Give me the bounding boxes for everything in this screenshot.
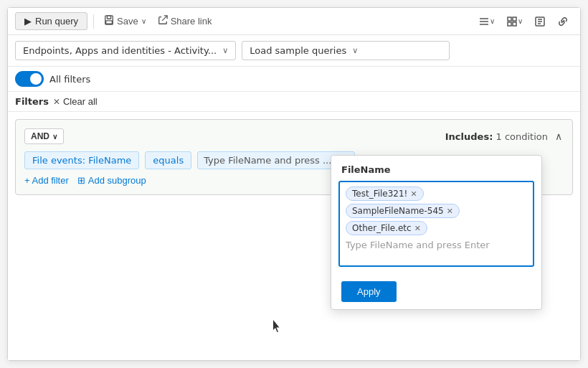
run-query-label: Run query — [35, 16, 78, 27]
filename-popup: FileName Test_File321!✕SampleFileName-54… — [331, 155, 542, 310]
all-filters-label: All filters — [49, 74, 90, 85]
tag-label: Test_File321! — [352, 189, 407, 199]
svg-rect-0 — [105, 16, 113, 24]
value-placeholder: Type FileName and press ... — [204, 155, 331, 166]
cursor — [273, 320, 282, 333]
tag-remove-icon[interactable]: ✕ — [447, 207, 453, 215]
tag-item: SampleFileName-545✕ — [346, 204, 460, 218]
filters-heading: Filters — [15, 96, 49, 107]
svg-rect-8 — [513, 17, 516, 21]
list-chevron-icon: ∨ — [490, 17, 495, 25]
tags-row: Test_File321!✕SampleFileName-545✕Other_F… — [346, 187, 527, 235]
tag-button[interactable] — [530, 13, 550, 30]
apply-button[interactable]: Apply — [341, 281, 397, 302]
and-label: AND — [31, 131, 49, 141]
toggle-row: All filters — [8, 67, 580, 92]
share-link-button[interactable]: Share link — [153, 12, 217, 30]
includes-label: Includes: 1 condition — [445, 131, 548, 142]
share-label: Share link — [171, 16, 212, 27]
x-icon: ✕ — [53, 97, 60, 107]
list-view-button[interactable]: ∨ — [474, 13, 499, 30]
save-label: Save — [117, 16, 138, 27]
svg-rect-7 — [508, 17, 511, 21]
dropdowns-row: Endpoints, Apps and identities - Activit… — [8, 35, 580, 67]
source-value: Endpoints, Apps and identities - Activit… — [23, 45, 217, 56]
clear-all-button[interactable]: ✕ Clear all — [53, 96, 98, 107]
field-chip[interactable]: File events: FileName — [24, 151, 139, 169]
tag-label: Other_File.etc — [352, 223, 412, 233]
queries-chevron-icon: ∨ — [352, 46, 358, 55]
add-subgroup-button[interactable]: ⊞ Add subgroup — [77, 175, 146, 186]
includes-keyword: Includes: — [445, 131, 493, 142]
main-window: ▶ Run query Save ∨ Sh — [7, 7, 581, 361]
operator-label: equals — [153, 155, 184, 166]
filename-input[interactable] — [346, 240, 527, 250]
tag-item: Other_File.etc✕ — [346, 221, 427, 235]
popup-input-area[interactable]: Test_File321!✕SampleFileName-545✕Other_F… — [338, 181, 534, 267]
apply-label: Apply — [357, 286, 381, 297]
tag-label: SampleFileName-545 — [352, 206, 444, 216]
run-query-button[interactable]: ▶ Run query — [15, 12, 87, 30]
sample-queries-dropdown[interactable]: Load sample queries ∨ — [242, 41, 450, 60]
filter-group-header: AND ∨ Includes: 1 condition ∧ — [24, 128, 564, 144]
operator-chip[interactable]: equals — [145, 151, 191, 169]
svg-rect-1 — [107, 16, 110, 19]
link-button[interactable] — [553, 13, 573, 30]
collapse-button[interactable]: ∧ — [554, 129, 564, 143]
source-dropdown[interactable]: Endpoints, Apps and identities - Activit… — [15, 41, 236, 60]
share-icon — [158, 15, 168, 27]
tag-remove-icon[interactable]: ✕ — [414, 225, 421, 232]
main-content: AND ∨ Includes: 1 condition ∧ File event… — [8, 112, 580, 360]
svg-rect-10 — [513, 22, 516, 26]
source-chevron-icon: ∨ — [222, 46, 228, 55]
sample-queries-value: Load sample queries — [250, 45, 346, 56]
filters-bar: Filters ✕ Clear all — [8, 92, 580, 112]
and-chevron-icon: ∨ — [52, 133, 57, 141]
add-filter-button[interactable]: + Add filter — [24, 175, 69, 186]
grid-chevron-icon: ∨ — [518, 17, 523, 25]
add-filter-label: + Add filter — [24, 175, 69, 186]
field-label: File events: FileName — [32, 155, 131, 166]
all-filters-toggle[interactable] — [15, 71, 44, 87]
save-button[interactable]: Save ∨ — [100, 12, 151, 30]
svg-rect-2 — [106, 21, 113, 24]
save-chevron-icon: ∨ — [141, 17, 146, 25]
and-operator-button[interactable]: AND ∨ — [24, 128, 64, 144]
svg-line-3 — [162, 16, 167, 21]
add-subgroup-label: Add subgroup — [88, 175, 146, 186]
popup-footer: Apply — [331, 274, 541, 309]
tag-item: Test_File321!✕ — [346, 187, 424, 201]
grid-view-button[interactable]: ∨ — [502, 13, 527, 30]
svg-rect-9 — [508, 22, 511, 26]
popup-title: FileName — [331, 156, 541, 181]
toolbar-separator — [93, 14, 94, 29]
save-icon — [104, 15, 114, 27]
clear-all-label: Clear all — [63, 96, 98, 107]
toolbar-right-icons: ∨ ∨ — [474, 13, 573, 30]
play-icon: ▶ — [24, 16, 32, 27]
tag-remove-icon[interactable]: ✕ — [410, 190, 417, 198]
condition-count: 1 condition — [495, 131, 548, 142]
toolbar: ▶ Run query Save ∨ Sh — [8, 8, 580, 35]
add-subgroup-icon: ⊞ — [77, 175, 85, 186]
